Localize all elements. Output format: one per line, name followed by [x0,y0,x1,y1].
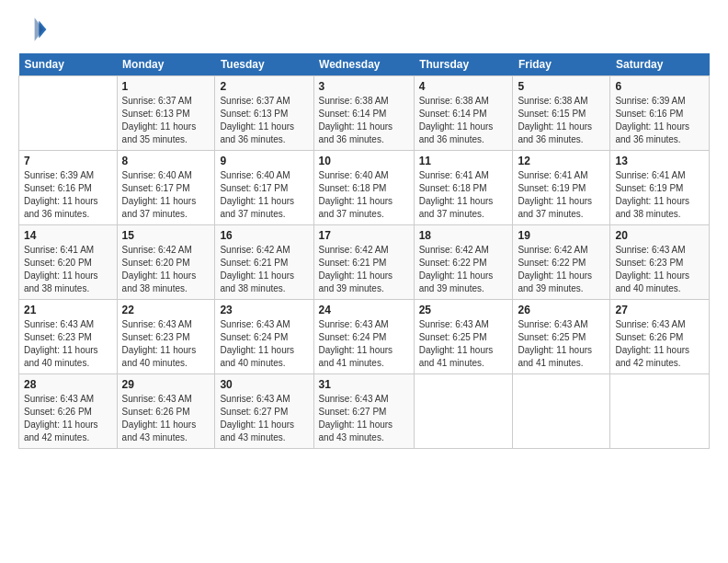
week-row-1: 1Sunrise: 6:37 AM Sunset: 6:13 PM Daylig… [19,76,710,151]
day-info: Sunrise: 6:39 AM Sunset: 6:16 PM Dayligh… [24,169,112,221]
day-info: Sunrise: 6:41 AM Sunset: 6:19 PM Dayligh… [615,169,704,221]
calendar-cell: 14Sunrise: 6:41 AM Sunset: 6:20 PM Dayli… [19,225,118,300]
day-number: 19 [518,229,605,242]
header-day-thursday: Thursday [414,53,513,76]
calendar-cell: 1Sunrise: 6:37 AM Sunset: 6:13 PM Daylig… [117,76,215,151]
calendar-cell: 24Sunrise: 6:43 AM Sunset: 6:24 PM Dayli… [313,300,414,374]
day-info: Sunrise: 6:43 AM Sunset: 6:23 PM Dayligh… [24,318,112,370]
day-number: 14 [24,229,112,242]
day-number: 6 [615,80,704,93]
calendar-cell [610,374,710,449]
day-number: 31 [319,378,409,391]
week-row-4: 21Sunrise: 6:43 AM Sunset: 6:23 PM Dayli… [19,300,710,374]
day-info: Sunrise: 6:42 AM Sunset: 6:22 PM Dayligh… [518,244,605,295]
day-number: 3 [319,80,409,93]
week-row-3: 14Sunrise: 6:41 AM Sunset: 6:20 PM Dayli… [19,225,710,300]
day-info: Sunrise: 6:43 AM Sunset: 6:25 PM Dayligh… [518,318,605,370]
day-number: 13 [615,155,704,167]
calendar-cell: 23Sunrise: 6:43 AM Sunset: 6:24 PM Dayli… [215,300,313,374]
calendar-cell: 4Sunrise: 6:38 AM Sunset: 6:14 PM Daylig… [414,76,513,151]
day-number: 16 [220,229,308,242]
day-number: 2 [220,80,308,93]
day-info: Sunrise: 6:37 AM Sunset: 6:13 PM Dayligh… [122,95,210,146]
day-number: 17 [319,229,409,242]
calendar-cell: 30Sunrise: 6:43 AM Sunset: 6:27 PM Dayli… [215,374,313,449]
day-number: 9 [220,155,308,167]
calendar-cell: 6Sunrise: 6:39 AM Sunset: 6:16 PM Daylig… [610,76,710,151]
calendar-cell: 3Sunrise: 6:38 AM Sunset: 6:14 PM Daylig… [313,76,414,151]
day-number: 22 [122,304,210,316]
calendar-cell [513,374,610,449]
day-info: Sunrise: 6:43 AM Sunset: 6:27 PM Dayligh… [220,393,308,444]
header-day-wednesday: Wednesday [313,53,414,76]
day-info: Sunrise: 6:43 AM Sunset: 6:23 PM Dayligh… [122,318,210,370]
calendar-cell: 18Sunrise: 6:42 AM Sunset: 6:22 PM Dayli… [414,225,513,300]
calendar-table: SundayMondayTuesdayWednesdayThursdayFrid… [18,53,710,449]
day-info: Sunrise: 6:43 AM Sunset: 6:24 PM Dayligh… [319,318,409,370]
calendar-cell: 29Sunrise: 6:43 AM Sunset: 6:26 PM Dayli… [117,374,215,449]
calendar-cell: 8Sunrise: 6:40 AM Sunset: 6:17 PM Daylig… [117,151,215,225]
header-day-sunday: Sunday [19,53,118,76]
calendar-cell [19,76,118,151]
day-info: Sunrise: 6:43 AM Sunset: 6:26 PM Dayligh… [122,393,210,444]
header-day-friday: Friday [513,53,610,76]
calendar-cell: 2Sunrise: 6:37 AM Sunset: 6:13 PM Daylig… [215,76,313,151]
calendar-cell: 5Sunrise: 6:38 AM Sunset: 6:15 PM Daylig… [513,76,610,151]
day-number: 5 [518,80,605,93]
calendar-cell: 31Sunrise: 6:43 AM Sunset: 6:27 PM Dayli… [313,374,414,449]
calendar-cell: 15Sunrise: 6:42 AM Sunset: 6:20 PM Dayli… [117,225,215,300]
logo [18,15,51,44]
header-day-tuesday: Tuesday [215,53,313,76]
day-number: 8 [122,155,210,167]
day-number: 20 [615,229,704,242]
day-number: 25 [419,304,508,316]
day-number: 28 [24,378,112,391]
day-info: Sunrise: 6:40 AM Sunset: 6:18 PM Dayligh… [319,169,409,221]
day-number: 1 [122,80,210,93]
day-info: Sunrise: 6:40 AM Sunset: 6:17 PM Dayligh… [220,169,308,221]
day-info: Sunrise: 6:43 AM Sunset: 6:26 PM Dayligh… [24,393,112,444]
day-info: Sunrise: 6:42 AM Sunset: 6:21 PM Dayligh… [220,244,308,295]
day-number: 15 [122,229,210,242]
header-day-saturday: Saturday [610,53,710,76]
calendar-cell: 20Sunrise: 6:43 AM Sunset: 6:23 PM Dayli… [610,225,710,300]
day-info: Sunrise: 6:43 AM Sunset: 6:27 PM Dayligh… [319,393,409,444]
day-info: Sunrise: 6:42 AM Sunset: 6:20 PM Dayligh… [122,244,210,295]
page: SundayMondayTuesdayWednesdayThursdayFrid… [0,0,728,563]
day-info: Sunrise: 6:37 AM Sunset: 6:13 PM Dayligh… [220,95,308,146]
day-number: 21 [24,304,112,316]
day-info: Sunrise: 6:43 AM Sunset: 6:25 PM Dayligh… [419,318,508,370]
logo-icon [18,15,48,44]
day-info: Sunrise: 6:41 AM Sunset: 6:20 PM Dayligh… [24,244,112,295]
calendar-cell [414,374,513,449]
calendar-cell: 17Sunrise: 6:42 AM Sunset: 6:21 PM Dayli… [313,225,414,300]
calendar-cell: 26Sunrise: 6:43 AM Sunset: 6:25 PM Dayli… [513,300,610,374]
day-info: Sunrise: 6:43 AM Sunset: 6:24 PM Dayligh… [220,318,308,370]
header [18,15,710,44]
day-number: 30 [220,378,308,391]
calendar-cell: 22Sunrise: 6:43 AM Sunset: 6:23 PM Dayli… [117,300,215,374]
calendar-cell: 21Sunrise: 6:43 AM Sunset: 6:23 PM Dayli… [19,300,118,374]
calendar-cell: 12Sunrise: 6:41 AM Sunset: 6:19 PM Dayli… [513,151,610,225]
day-number: 23 [220,304,308,316]
day-number: 29 [122,378,210,391]
day-info: Sunrise: 6:41 AM Sunset: 6:18 PM Dayligh… [419,169,508,221]
day-info: Sunrise: 6:39 AM Sunset: 6:16 PM Dayligh… [615,95,704,146]
calendar-cell: 13Sunrise: 6:41 AM Sunset: 6:19 PM Dayli… [610,151,710,225]
week-row-2: 7Sunrise: 6:39 AM Sunset: 6:16 PM Daylig… [19,151,710,225]
day-info: Sunrise: 6:42 AM Sunset: 6:21 PM Dayligh… [319,244,409,295]
calendar-cell: 9Sunrise: 6:40 AM Sunset: 6:17 PM Daylig… [215,151,313,225]
day-info: Sunrise: 6:42 AM Sunset: 6:22 PM Dayligh… [419,244,508,295]
day-info: Sunrise: 6:41 AM Sunset: 6:19 PM Dayligh… [518,169,605,221]
day-number: 18 [419,229,508,242]
day-info: Sunrise: 6:43 AM Sunset: 6:26 PM Dayligh… [615,318,704,370]
calendar-cell: 10Sunrise: 6:40 AM Sunset: 6:18 PM Dayli… [313,151,414,225]
header-row: SundayMondayTuesdayWednesdayThursdayFrid… [19,53,710,76]
day-number: 10 [319,155,409,167]
week-row-5: 28Sunrise: 6:43 AM Sunset: 6:26 PM Dayli… [19,374,710,449]
calendar-cell: 27Sunrise: 6:43 AM Sunset: 6:26 PM Dayli… [610,300,710,374]
day-number: 11 [419,155,508,167]
calendar-cell: 19Sunrise: 6:42 AM Sunset: 6:22 PM Dayli… [513,225,610,300]
day-info: Sunrise: 6:38 AM Sunset: 6:14 PM Dayligh… [319,95,409,146]
day-info: Sunrise: 6:38 AM Sunset: 6:15 PM Dayligh… [518,95,605,146]
